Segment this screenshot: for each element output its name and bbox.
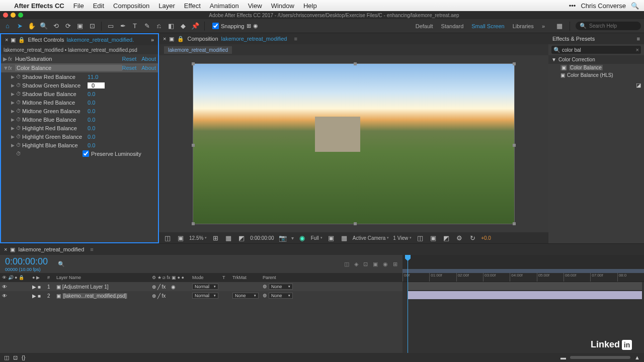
resolution-dropdown[interactable]: Full [311, 235, 323, 241]
camera-dropdown[interactable]: Active Camera [353, 235, 389, 241]
zoom-slider[interactable] [570, 356, 630, 359]
vb-icon-4[interactable]: ⚙ [455, 233, 464, 242]
panel-menu-icon[interactable]: ≡ [294, 36, 297, 42]
panel-menu-icon[interactable]: ≡ [637, 36, 640, 42]
selection-tool-icon[interactable]: ➤ [15, 22, 24, 31]
playhead[interactable] [408, 255, 408, 353]
snapshot-icon[interactable]: 📷 [278, 233, 287, 242]
about-link[interactable]: About [141, 65, 156, 71]
menu-help[interactable]: Help [303, 2, 317, 10]
hand-tool-icon[interactable]: ✋ [27, 22, 36, 31]
zoom-in-icon[interactable]: ▲ [634, 354, 640, 360]
close-window-button[interactable] [3, 13, 8, 18]
stopwatch-icon[interactable]: ⏱ [16, 100, 22, 105]
stopwatch-icon[interactable]: ⏱ [16, 91, 22, 97]
layer-bar[interactable] [408, 282, 642, 290]
workspace-libraries[interactable]: Libraries [513, 23, 534, 29]
workspace-small-screen[interactable]: Small Screen [471, 23, 504, 29]
layer-bar[interactable] [408, 291, 642, 299]
menu-file[interactable]: File [73, 2, 84, 10]
preset-item[interactable]: ▣Color Balance (HLS) [548, 71, 644, 79]
snapping-checkbox[interactable] [212, 23, 219, 29]
puppet-tool-icon[interactable]: 📌 [191, 22, 200, 31]
menu-effect[interactable]: Effect [184, 2, 201, 10]
footer-icon-1[interactable]: ◫ [4, 354, 9, 361]
stopwatch-icon[interactable]: ⏱ [16, 142, 22, 148]
panel-tab[interactable]: × ▣ 🔒 Effect Controls lakemore_retreat_m… [1, 34, 158, 45]
property-value[interactable]: 0.0 [88, 125, 95, 131]
category-row[interactable]: ▼Color Correction [548, 55, 644, 64]
spotlight-icon[interactable]: 🔍 [631, 2, 639, 10]
transform-handle[interactable] [354, 222, 357, 225]
timeline-track-area[interactable]: 00f 01:00f 02:00f 03:00f 04:00f 05:00f 0… [403, 255, 644, 353]
fx-badge[interactable]: fx [8, 56, 15, 62]
clone-tool-icon[interactable]: ⎌ [154, 22, 164, 31]
property-value-editing[interactable]: 0 [88, 82, 105, 88]
panel-overflow-icon[interactable]: » [151, 37, 154, 43]
mode-dropdown[interactable]: Normal [192, 284, 218, 290]
parent-dropdown[interactable]: None [269, 284, 293, 290]
transform-handle[interactable] [513, 222, 516, 225]
anchor-point-icon[interactable]: ⊕ [352, 141, 356, 147]
pen-tool-icon[interactable]: ✒ [118, 22, 127, 31]
composition-tab[interactable]: × ▣ 🔒 Composition lakemore_retreat_modif… [159, 33, 548, 44]
timeline-tab[interactable]: × ▣ lakemore_retreat_modified ≡ [0, 244, 644, 255]
property-value[interactable]: 0.0 [88, 91, 95, 97]
close-tab-icon[interactable]: × [5, 37, 8, 43]
orbit-tool-icon[interactable]: ⟲ [51, 22, 60, 31]
twirl-icon[interactable]: ▼ [551, 57, 556, 62]
fx-badge[interactable]: fx [8, 65, 15, 71]
rectangle-tool-icon[interactable]: ▭ [106, 22, 115, 31]
close-tab-icon[interactable]: × [4, 246, 7, 252]
channel-icon[interactable]: ◉ [298, 233, 307, 242]
transform-handle[interactable] [354, 62, 357, 65]
reset-link[interactable]: Reset [122, 65, 137, 71]
panel-menu-icon[interactable]: ≡ [90, 246, 93, 252]
rotate-tool-icon[interactable]: ⟳ [63, 22, 72, 31]
property-value[interactable]: 0.0 [88, 142, 95, 148]
brush-tool-icon[interactable]: ✎ [142, 22, 151, 31]
transparency-icon[interactable]: ▦ [340, 233, 349, 242]
property-value[interactable]: 11.0 [88, 74, 98, 80]
sync-icon[interactable]: ▦ [555, 22, 564, 31]
eraser-tool-icon[interactable]: ◧ [167, 22, 176, 31]
stopwatch-icon[interactable]: ⏱ [16, 125, 22, 131]
workspace-overflow-icon[interactable]: » [542, 23, 545, 29]
trkmat-dropdown[interactable]: None [232, 293, 259, 299]
zoom-tool-icon[interactable]: 🔍 [39, 22, 48, 31]
transform-handle[interactable] [513, 144, 516, 147]
user-name[interactable]: Chris Converse [581, 2, 626, 10]
snap-sub-icon-2[interactable]: ◉ [253, 23, 258, 29]
zoom-out-icon[interactable]: ▬ [560, 354, 566, 360]
panel-header[interactable]: Effects & Presets≡ [548, 33, 644, 44]
transform-handle[interactable] [513, 62, 516, 65]
current-time[interactable]: 0:00:00:00 [5, 256, 48, 267]
lock-icon[interactable]: 🔒 [177, 36, 184, 42]
parent-dropdown[interactable]: None [269, 293, 293, 299]
menu-view[interactable]: View [248, 2, 262, 10]
stopwatch-icon[interactable]: ⏱ [16, 82, 22, 88]
pickwhip-icon[interactable]: ⊚ [263, 293, 267, 299]
property-value[interactable]: 0.0 [88, 134, 95, 140]
layer-search-icon[interactable]: 🔍 [58, 261, 65, 267]
vb-icon-1[interactable]: ◫ [416, 233, 425, 242]
mac-menubar[interactable]: After Effects CC File Edit Composition L… [0, 0, 644, 11]
snapping-toggle[interactable]: Snapping ⊞ ◉ [212, 23, 258, 29]
menu-composition[interactable]: Composition [113, 2, 149, 10]
tl-icon-1[interactable]: ◫ [344, 261, 349, 267]
mode-dropdown[interactable]: Normal [192, 293, 218, 299]
composition-preview[interactable]: ⊕ [193, 63, 515, 224]
about-link[interactable]: About [141, 56, 156, 62]
effect-color-balance[interactable]: ▼ fx Color Balance Reset About [1, 63, 158, 72]
composition-viewer[interactable]: ⊕ [159, 55, 548, 232]
resolution-icon[interactable]: ⊞ [211, 233, 220, 242]
stopwatch-icon[interactable]: ⏱ [16, 74, 22, 79]
property-value[interactable]: 0.0 [88, 108, 95, 114]
zoom-window-button[interactable] [18, 13, 23, 18]
new-bin-icon[interactable]: ◪ [548, 81, 644, 89]
help-search-input[interactable] [589, 23, 637, 29]
workspace-standard[interactable]: Standard [441, 23, 464, 29]
menu-extras-icon[interactable]: ••• [569, 2, 576, 10]
footer-icon-3[interactable]: {} [22, 354, 25, 360]
property-value[interactable]: 0.0 [88, 117, 95, 123]
